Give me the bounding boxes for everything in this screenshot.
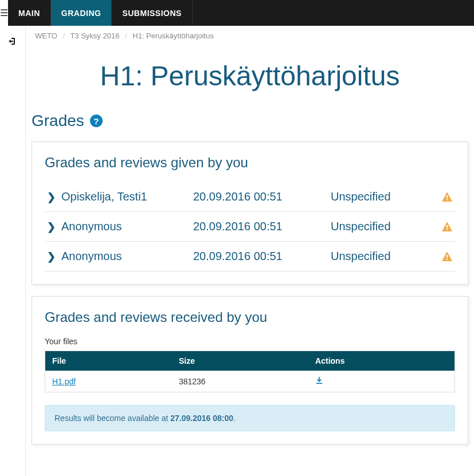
warning-icon [441,191,453,203]
breadcrumb-course[interactable]: T3 Syksy 2016 [70,32,119,40]
breadcrumb-root[interactable]: WETO [35,32,57,40]
breadcrumb: WETO / T3 Syksy 2016 / H1: Peruskäyttöha… [26,26,474,46]
grades-heading-text: Grades [32,112,84,130]
review-row[interactable]: ❯ Anonymous 20.09.2016 00:51 Unspecified [45,212,455,242]
breadcrumb-sep: / [125,32,127,40]
file-row: H1.pdf 381236 [45,371,455,392]
logout-button[interactable] [0,30,25,52]
review-name: Anonymous [61,220,193,233]
tab-submissions[interactable]: SUBMISSIONS [112,0,193,26]
sidebar [0,26,26,476]
file-link[interactable]: H1.pdf [52,377,76,386]
svg-rect-2 [446,225,448,228]
review-status: Unspecified [331,220,441,233]
results-alert: Results will become available at 27.09.2… [45,405,455,431]
breadcrumb-current: H1: Peruskäyttöharjoitus [132,32,214,40]
panel-received-title: Grades and reviews received by you [45,309,455,325]
tab-main[interactable]: MAIN [8,0,51,26]
alert-prefix: Results will become available at [54,414,170,423]
review-row[interactable]: ❯ Anonymous 20.09.2016 00:51 Unspecified [45,242,455,272]
col-size: Size [172,351,308,371]
review-date: 20.09.2016 00:51 [193,220,331,233]
review-date: 20.09.2016 00:51 [193,250,331,263]
svg-rect-3 [446,229,448,230]
help-icon[interactable]: ? [90,115,103,127]
warning-icon [441,251,453,262]
panel-given: Grades and reviews given by you ❯ Opiske… [32,141,468,285]
alert-date: 27.09.2016 08:00 [170,414,233,423]
breadcrumb-sep: / [62,32,65,40]
main-content: WETO / T3 Syksy 2016 / H1: Peruskäyttöha… [26,26,474,476]
panel-given-title: Grades and reviews given by you [45,155,455,171]
review-name: Opiskelija, Testi1 [61,190,193,203]
files-table: File Size Actions H1.pdf 381236 [45,351,455,392]
grades-heading: Grades ? [26,112,474,130]
download-icon[interactable] [315,376,323,386]
review-name: Anonymous [61,250,193,263]
review-status: Unspecified [331,250,441,263]
svg-rect-1 [446,199,448,200]
nav-tabs: MAIN GRADING SUBMISSIONS [8,0,474,26]
panel-received: Grades and reviews received by you Your … [32,296,468,444]
files-label: Your files [45,337,455,346]
review-status: Unspecified [331,190,441,203]
svg-rect-4 [446,255,448,258]
chevron-right-icon: ❯ [47,221,56,233]
chevron-right-icon: ❯ [47,191,56,203]
col-actions: Actions [308,351,455,371]
svg-rect-5 [446,258,448,259]
col-file: File [45,351,172,371]
page-title: H1: Peruskäyttöharjoitus [26,60,474,92]
hamburger-icon: ☰ [0,7,8,18]
review-row[interactable]: ❯ Opiskelija, Testi1 20.09.2016 00:51 Un… [45,182,455,212]
alert-suffix: . [233,414,236,423]
warning-icon [441,221,453,233]
svg-rect-0 [446,195,448,198]
tab-grading[interactable]: GRADING [51,0,112,26]
logout-icon [8,37,17,46]
file-size: 381236 [172,371,308,392]
menu-toggle-button[interactable]: ☰ [0,0,8,26]
review-date: 20.09.2016 00:51 [193,190,331,203]
chevron-right-icon: ❯ [47,250,56,263]
